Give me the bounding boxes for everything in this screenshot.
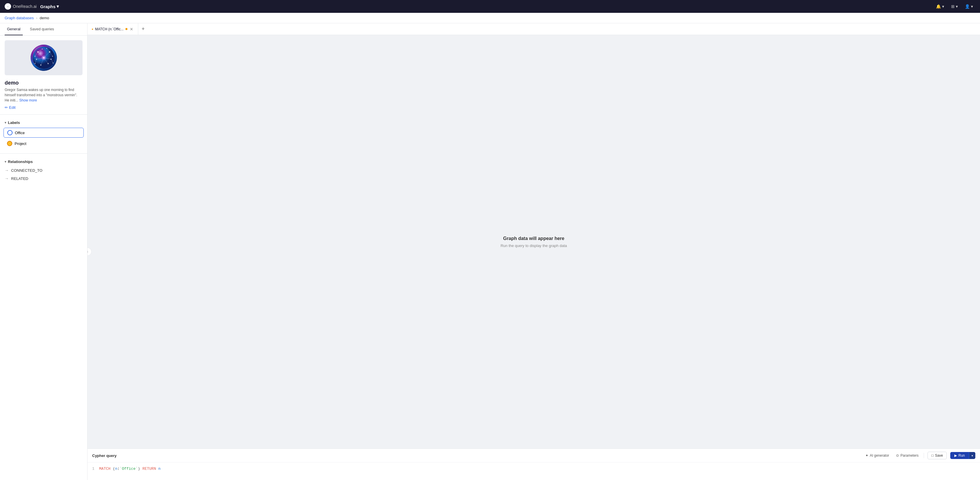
svg-point-22 xyxy=(52,56,53,57)
save-label: Save xyxy=(935,453,943,458)
ai-generator-button[interactable]: ✦ AI generator xyxy=(864,452,891,459)
query-tab-0[interactable]: ● MATCH (n:`Offic... ✕ xyxy=(88,23,138,35)
brand-icon: ○ xyxy=(5,3,11,10)
tab-general[interactable]: General xyxy=(5,23,23,35)
db-avatar xyxy=(30,45,57,71)
main-layout: General Saved queries xyxy=(0,23,980,480)
cypher-header: Cypher query ✦ AI generator ⊙ Parameters… xyxy=(88,449,980,463)
relationships-divider xyxy=(0,153,87,154)
graph-empty-subtitle: Run the query to display the graph data xyxy=(501,243,567,248)
db-name: demo xyxy=(0,80,87,87)
rel-label-related: RELATED xyxy=(11,176,28,181)
collapse-icon: ‹ xyxy=(88,250,88,254)
brand-logo[interactable]: ○ OneReach.ai xyxy=(5,3,37,10)
db-description: Gregor Samsa wakes up one morning to fin… xyxy=(0,87,87,103)
svg-point-14 xyxy=(37,51,38,53)
user-button[interactable]: 👤 ▾ xyxy=(963,3,975,10)
cypher-panel: Cypher query ✦ AI generator ⊙ Parameters… xyxy=(88,448,980,480)
svg-point-24 xyxy=(34,63,35,64)
query-tab-modified-dot xyxy=(126,28,127,30)
label-text-project: Project xyxy=(14,141,26,146)
svg-point-16 xyxy=(36,59,37,60)
svg-point-25 xyxy=(52,63,53,64)
graph-display-area: Graph data will appear here Run the quer… xyxy=(88,35,980,448)
query-space3 xyxy=(156,467,158,471)
run-dropdown-button[interactable]: ▾ xyxy=(969,452,975,459)
query-label: `Office` xyxy=(119,467,138,471)
edit-button[interactable]: ✏ Edit xyxy=(0,103,87,114)
query-variable2: n xyxy=(158,467,161,471)
cypher-panel-title: Cypher query xyxy=(92,453,117,458)
svg-point-18 xyxy=(40,64,41,66)
tab-saved-queries[interactable]: Saved queries xyxy=(27,23,56,35)
db-avatar-inner xyxy=(30,45,57,71)
rel-label-connected-to: CONNECTED_TO xyxy=(11,168,42,173)
notifications-button[interactable]: 🔔 ▾ xyxy=(934,3,947,10)
query-colon: : xyxy=(117,467,119,471)
run-icon: ▶ xyxy=(955,453,957,458)
save-button[interactable]: □ Save xyxy=(928,452,947,459)
breadcrumb: Graph databases › demo xyxy=(0,13,980,23)
nav-right-actions: 🔔 ▾ ⊞ ▾ 👤 ▾ xyxy=(934,3,975,10)
keyword-return: RETURN xyxy=(142,467,156,471)
rel-arrow-icon: → xyxy=(5,168,9,173)
sidebar: General Saved queries xyxy=(0,23,88,480)
label-text-office: Office xyxy=(15,130,25,135)
relationships-chevron-icon: ▾ xyxy=(5,160,6,163)
db-image-area xyxy=(5,40,83,75)
cypher-editor[interactable]: 1MATCH (n:`Office`) RETURN n xyxy=(88,463,980,480)
relationship-item-related[interactable]: → RELATED xyxy=(0,174,87,183)
rel-arrow-icon-2: → xyxy=(5,176,9,181)
line-number: 1 xyxy=(92,467,94,471)
label-dot-office xyxy=(7,130,13,135)
breadcrumb-parent[interactable]: Graph databases xyxy=(5,16,34,20)
graph-empty-title: Graph data will appear here xyxy=(503,236,565,241)
parameters-button[interactable]: ⊙ Parameters xyxy=(894,452,920,459)
apps-button[interactable]: ⊞ ▾ xyxy=(949,3,960,10)
breadcrumb-separator: › xyxy=(36,16,37,20)
svg-point-21 xyxy=(42,49,43,49)
keyword-match: MATCH xyxy=(99,467,111,471)
ai-generator-icon: ✦ xyxy=(865,453,868,458)
svg-point-23 xyxy=(46,48,47,49)
breadcrumb-current: demo xyxy=(40,16,49,20)
add-query-tab-button[interactable]: + xyxy=(138,23,148,35)
svg-point-15 xyxy=(49,51,50,53)
nav-title[interactable]: Graphs ▾ xyxy=(40,4,59,9)
label-item-project[interactable]: Project xyxy=(3,139,84,148)
ai-generator-label: AI generator xyxy=(870,453,889,458)
labels-chevron-icon: ▾ xyxy=(5,121,6,124)
save-icon: □ xyxy=(931,453,933,458)
parameters-icon: ⊙ xyxy=(896,453,899,458)
nav-chevron-icon: ▾ xyxy=(57,4,59,9)
svg-point-19 xyxy=(48,63,49,64)
top-navigation: ○ OneReach.ai Graphs ▾ 🔔 ▾ ⊞ ▾ 👤 ▾ xyxy=(0,0,980,13)
label-dot-project xyxy=(7,141,12,146)
relationships-section-title: Relationships xyxy=(8,159,33,164)
query-tab-label: MATCH (n:`Offic... xyxy=(95,27,124,31)
svg-point-17 xyxy=(51,59,52,60)
run-button-group: ▶ Run ▾ xyxy=(950,452,975,459)
run-button[interactable]: ▶ Run xyxy=(950,452,969,459)
run-dropdown-icon: ▾ xyxy=(972,454,973,457)
relationship-item-connected-to[interactable]: → CONNECTED_TO xyxy=(0,166,87,174)
run-label: Run xyxy=(958,453,965,458)
close-tab-button[interactable]: ✕ xyxy=(129,27,134,32)
svg-point-20 xyxy=(34,56,35,57)
query-space2 xyxy=(140,467,142,471)
show-more-link[interactable]: Show more xyxy=(19,98,37,102)
cypher-actions: ✦ AI generator ⊙ Parameters □ Save ▶ xyxy=(864,452,975,459)
sidebar-tabs: General Saved queries xyxy=(0,23,87,36)
labels-section-header[interactable]: ▾ Labels xyxy=(0,118,87,127)
brand-name: OneReach.ai xyxy=(13,4,37,9)
db-description-text: Gregor Samsa wakes up one morning to fin… xyxy=(5,88,77,102)
cypher-divider xyxy=(924,453,924,458)
edit-icon: ✏ xyxy=(5,105,8,110)
query-tab-icon: ● xyxy=(92,27,93,31)
neural-network-icon xyxy=(32,46,56,69)
query-space xyxy=(111,467,113,471)
parameters-label: Parameters xyxy=(900,453,918,458)
relationships-section-header[interactable]: ▾ Relationships xyxy=(0,157,87,166)
label-item-office[interactable]: Office xyxy=(3,128,84,138)
right-panel: ‹ ● MATCH (n:`Offic... ✕ + Graph data wi… xyxy=(88,23,980,480)
